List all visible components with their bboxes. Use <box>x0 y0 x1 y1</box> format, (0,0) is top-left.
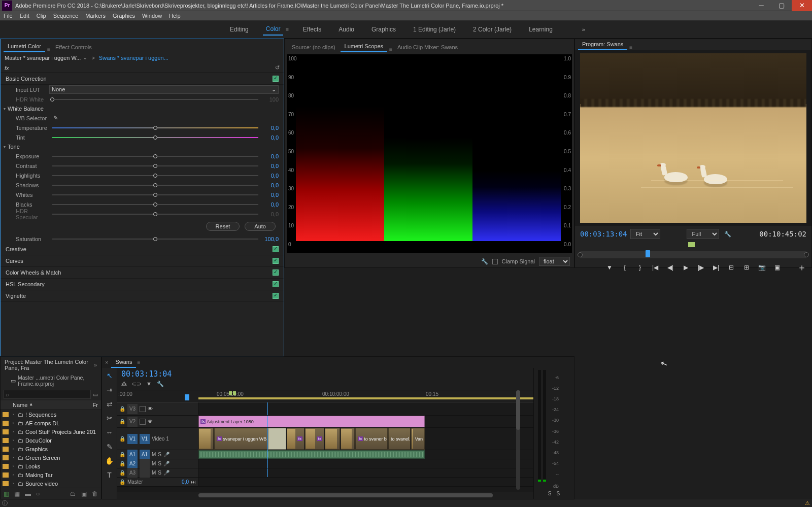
temperature-slider[interactable] <box>52 127 258 128</box>
snap-icon[interactable]: ⁂ <box>121 381 127 387</box>
workspace-audio[interactable]: Audio <box>335 24 357 35</box>
track-header-v1[interactable]: 🔒 V1 V1 Video 1 <box>117 428 198 450</box>
section-color-wheels[interactable]: Color Wheels & Match <box>1 267 284 279</box>
timeline-settings-icon[interactable]: 🔧 <box>157 381 164 387</box>
panel-menu-icon[interactable]: ≡ <box>47 47 50 52</box>
type-tool[interactable]: T <box>105 470 114 480</box>
solo-button[interactable]: S <box>158 461 161 466</box>
bin-row[interactable]: ›🗀AE comps DL <box>1 419 101 427</box>
panel-menu-icon[interactable]: ≡ <box>629 45 632 50</box>
play-button[interactable]: ▶ <box>681 263 690 272</box>
panel-menu-icon[interactable]: ≡ <box>389 47 392 52</box>
video-clip[interactable] <box>198 428 214 450</box>
blacks-value[interactable]: 0,0 <box>261 201 279 208</box>
add-marker-button[interactable]: ▼ <box>605 263 614 272</box>
sync-lock-icon[interactable] <box>140 406 146 412</box>
tab-source[interactable]: Source: (no clips) <box>288 42 340 52</box>
slip-tool[interactable]: ↔ <box>105 428 114 437</box>
work-area-bar[interactable] <box>198 397 561 399</box>
tab-lumetri-scopes[interactable]: Lumetri Scopes <box>341 41 387 52</box>
video-clip[interactable] <box>325 428 340 450</box>
step-back-button[interactable]: ◀| <box>666 263 675 272</box>
shadows-value[interactable]: 0,0 <box>261 182 279 188</box>
timeline-hscroll[interactable] <box>117 492 574 499</box>
workspace-graphics[interactable]: Graphics <box>368 24 399 35</box>
menu-clip[interactable]: Clip <box>33 13 50 19</box>
zoom-slider[interactable]: ○ <box>36 490 40 497</box>
highlights-value[interactable]: 0,0 <box>261 173 279 179</box>
whites-slider[interactable] <box>52 194 258 195</box>
section-toggle-checkbox[interactable] <box>273 269 279 276</box>
scope-bitdepth-select[interactable]: float <box>539 257 570 266</box>
bin-row[interactable]: ›🗀Graphics <box>1 445 101 453</box>
sync-lock-icon[interactable] <box>140 419 146 425</box>
white-balance-group[interactable]: ▾White Balance <box>1 104 284 113</box>
step-forward-button[interactable]: |▶ <box>696 263 705 272</box>
workspace-color[interactable]: Color <box>263 23 284 36</box>
export-frame-button[interactable]: 📷 <box>757 263 766 272</box>
razor-tool[interactable]: ✂ <box>105 414 114 423</box>
quality-select[interactable]: Full <box>687 229 719 239</box>
video-clip[interactable]: to svanel... <box>388 428 411 450</box>
video-clip[interactable] <box>268 428 286 450</box>
extract-button[interactable]: ⊞ <box>742 263 751 272</box>
new-bin-icon[interactable]: 🗀 <box>70 490 76 497</box>
workspace-editing-jarle[interactable]: 1 Editing (Jarle) <box>410 24 459 35</box>
workspace-overflow-icon[interactable]: » <box>582 26 585 32</box>
lock-icon[interactable]: 🔒 <box>119 419 125 424</box>
menu-sequence[interactable]: Sequence <box>50 13 82 19</box>
timeline-tracks[interactable]: 🔒V3👁 🔒V2👁 fxAdjustment Layer 1080 <box>117 402 574 492</box>
pen-tool[interactable]: ✎ <box>105 442 114 451</box>
project-search-input[interactable] <box>4 390 91 399</box>
filter-bin-icon[interactable]: ▭ <box>93 391 98 398</box>
video-clip[interactable]: Van <box>411 428 425 450</box>
blacks-slider[interactable] <box>52 204 258 205</box>
project-bin-list[interactable]: ›🗀! Sequences ›🗀AE comps DL ›🗀Cool Stuff… <box>1 410 101 488</box>
selection-tool[interactable]: ↖ <box>105 371 114 380</box>
tab-sequence[interactable]: Swans <box>111 357 136 368</box>
maximize-button[interactable]: ▢ <box>771 0 792 11</box>
master-clip-label[interactable]: Master * svanepar i uggen W... <box>5 55 81 61</box>
eye-icon[interactable]: 👁 <box>148 419 153 424</box>
add-marker-icon[interactable]: ▼ <box>146 381 152 387</box>
eyedropper-icon[interactable]: ✎ <box>53 115 58 121</box>
workspace-color-jarle[interactable]: 2 Color (Jarle) <box>470 24 515 35</box>
contrast-slider[interactable] <box>52 165 258 166</box>
exposure-slider[interactable] <box>52 156 258 157</box>
track-header-a1[interactable]: 🔒A1A1MS🎤 <box>117 450 198 459</box>
section-toggle-checkbox[interactable] <box>273 293 279 299</box>
menu-file[interactable]: File <box>0 13 16 19</box>
sequence-clip-label[interactable]: Swans * svanepar i uggen... <box>99 55 168 61</box>
workspace-effects[interactable]: Effects <box>300 24 324 35</box>
marker-icon[interactable] <box>233 391 236 395</box>
fx-badge[interactable]: fx <box>5 65 9 71</box>
reset-button[interactable]: Reset <box>206 222 240 231</box>
bin-row[interactable]: ›🗀Looks <box>1 462 101 470</box>
mute-button[interactable]: M <box>152 461 156 466</box>
column-framerate[interactable]: Fr <box>93 402 98 408</box>
program-scrubber[interactable] <box>580 251 806 258</box>
section-toggle-checkbox[interactable] <box>273 76 279 82</box>
marker-icon[interactable] <box>691 242 695 247</box>
section-toggle-checkbox[interactable] <box>273 258 279 264</box>
reset-effect-icon[interactable]: ↺ <box>275 64 280 71</box>
solo-button[interactable]: S <box>158 470 161 476</box>
bin-row[interactable]: ›🗀Making Tar <box>1 470 101 479</box>
playhead-icon[interactable] <box>185 394 189 400</box>
track-header-a3[interactable]: 🔒A3MS🎤 <box>117 468 198 477</box>
mute-button[interactable]: M <box>152 452 156 457</box>
section-basic-correction[interactable]: Basic Correction <box>1 73 284 85</box>
new-item-icon[interactable]: ▣ <box>81 490 87 497</box>
warning-icon[interactable]: ⚠ <box>805 500 810 506</box>
track-header-master[interactable]: 🔒Master0,0⏭ <box>117 478 198 486</box>
freeform-view-icon[interactable]: ▬ <box>25 490 31 497</box>
bin-row[interactable]: ›🗀Green Screen <box>1 453 101 462</box>
exposure-value[interactable]: 0,0 <box>261 153 279 159</box>
delete-icon[interactable]: 🗑 <box>92 490 98 497</box>
section-vignette[interactable]: Vignette <box>1 290 284 302</box>
minimize-button[interactable]: ─ <box>751 0 771 11</box>
saturation-value[interactable]: 100,0 <box>261 236 279 242</box>
timeline-ruler[interactable]: :00:00 00:05:00:00 00:10:00:00 00:15 <box>117 390 574 402</box>
button-editor-icon[interactable]: ＋ <box>797 261 806 274</box>
video-clip[interactable] <box>341 428 355 450</box>
